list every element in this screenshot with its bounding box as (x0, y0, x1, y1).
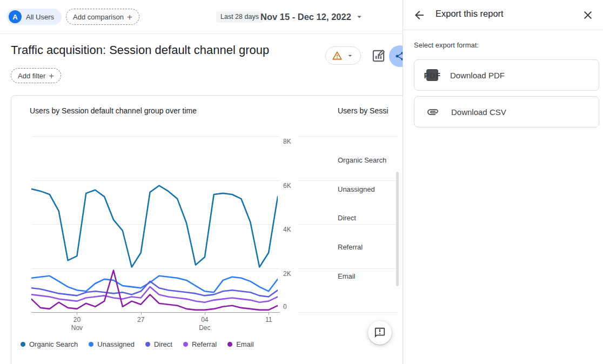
add-filter-button[interactable]: Add filter + (11, 68, 61, 83)
all-users-label: All Users (26, 13, 54, 21)
legend-dot (227, 342, 232, 347)
plus-icon: + (127, 12, 132, 22)
export-panel-title: Export this report (435, 9, 504, 19)
date-range-preset-label: Last 28 days (216, 11, 263, 23)
gridline (298, 180, 398, 181)
x-tick-mark (141, 313, 142, 315)
content-scrollbar[interactable] (396, 172, 399, 286)
gridline (298, 136, 398, 137)
legend-item-organic-search[interactable]: Organic Search (21, 340, 78, 348)
y-tick-label: 2K (283, 270, 299, 278)
series-line-organic-search (31, 186, 278, 267)
date-range-picker[interactable]: Nov 15 - Dec 12, 2022 (260, 9, 364, 25)
legend-label: Referral (192, 340, 217, 348)
legend-item-unassigned[interactable]: Unassigned (89, 340, 135, 348)
legend-dot (89, 342, 93, 347)
ga4-report-screen: A All Users Add comparison + Last 28 day… (0, 0, 603, 364)
gridline (298, 268, 398, 269)
gridline (31, 312, 280, 313)
download-pdf-button[interactable]: PDF Download PDF (414, 59, 599, 91)
chevron-down-icon (354, 12, 364, 22)
back-button[interactable] (413, 9, 426, 22)
close-icon (581, 9, 594, 22)
legend-item-referral[interactable]: Referral (183, 340, 217, 348)
plus-icon: + (49, 71, 54, 80)
add-comparison-label: Add comparison (73, 13, 124, 21)
feedback-bubble-icon (374, 327, 386, 339)
bar-category-unassigned: Unassigned (338, 185, 375, 193)
export-panel-header: Export this report (403, 0, 603, 30)
bar-category-email: Email (338, 272, 356, 280)
arrow-back-icon (413, 9, 426, 22)
segment-avatar: A (9, 10, 22, 23)
chevron-down-icon (346, 51, 354, 60)
legend-dot (145, 342, 150, 347)
x-tick-mark (77, 313, 77, 315)
download-pdf-label: Download PDF (450, 71, 505, 80)
y-tick-label: 4K (283, 226, 299, 233)
line-plot[interactable] (31, 136, 278, 312)
add-filter-label: Add filter (18, 72, 45, 80)
export-format-prompt: Select export format: (414, 41, 479, 49)
topbar-divider (0, 33, 403, 34)
legend-item-email[interactable]: Email (227, 340, 254, 348)
x-tick-label: 27 (128, 316, 154, 324)
x-tick-mark (269, 313, 269, 315)
panel-divider (403, 30, 603, 30)
paperclip-icon (426, 105, 439, 118)
x-tick-label: 20Nov (64, 316, 90, 332)
data-quality-warning-button[interactable] (325, 46, 361, 65)
customize-report-button[interactable] (368, 46, 388, 65)
legend-label: Direct (154, 340, 172, 348)
bar-category-referral: Referral (338, 243, 363, 251)
date-range-text: Nov 15 - Dec 12, 2022 (260, 12, 351, 22)
feedback-button[interactable] (368, 321, 392, 345)
legend-item-direct[interactable]: Direct (145, 340, 172, 348)
legend-dot (183, 342, 188, 347)
chart-legend: Organic SearchUnassignedDirectReferralEm… (21, 340, 254, 348)
close-button[interactable] (581, 9, 594, 22)
y-tick-label: 8K (283, 138, 299, 145)
gridline (298, 312, 398, 313)
x-tick-label: 04Dec (192, 316, 218, 332)
all-users-segment-chip[interactable]: A All Users (6, 9, 62, 25)
download-csv-label: Download CSV (451, 107, 506, 117)
legend-label: Unassigned (97, 340, 135, 348)
legend-dot (21, 342, 25, 347)
y-tick-label: 0 (283, 303, 299, 311)
warning-triangle-icon (332, 50, 343, 61)
edit-chart-icon (371, 49, 386, 63)
line-chart-title: Users by Session default channel group o… (30, 106, 197, 115)
x-tick-mark (205, 313, 205, 315)
gridline (298, 224, 398, 225)
legend-label: Email (236, 340, 254, 348)
page-title: Traffic acquisition: Session default cha… (11, 43, 269, 57)
y-tick-label: 6K (283, 182, 299, 190)
x-tick-label: 11 (256, 316, 282, 324)
add-comparison-button[interactable]: Add comparison + (66, 9, 139, 25)
export-panel: Export this report Select export format:… (403, 0, 603, 364)
bar-category-organic-search: Organic Search (338, 156, 386, 164)
pdf-file-icon: PDF (426, 69, 438, 81)
bar-category-direct: Direct (338, 214, 356, 222)
series-line-direct (31, 281, 278, 297)
legend-label: Organic Search (29, 340, 78, 348)
bar-chart-title: Users by Sessi (338, 106, 388, 115)
download-csv-button[interactable]: Download CSV (414, 96, 599, 127)
